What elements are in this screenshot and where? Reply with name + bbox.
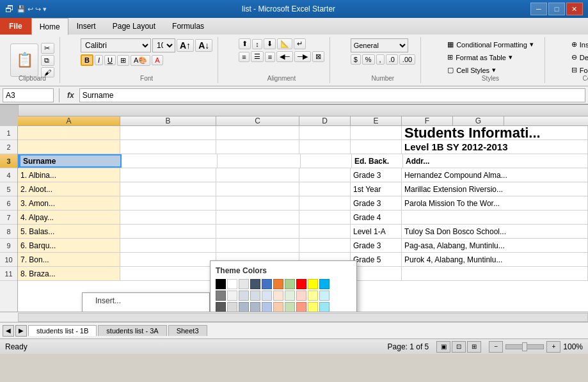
cell-d2[interactable] <box>299 140 351 154</box>
cell-a9[interactable]: 6. Barqu... <box>18 239 120 252</box>
cell-b10[interactable] <box>120 253 216 266</box>
cell-e9[interactable]: Grade 3 <box>351 239 402 252</box>
insert-cells-btn[interactable]: ⊕ Insert ▾ <box>566 38 588 51</box>
sheet-scroll-left[interactable]: ◀ <box>3 325 14 337</box>
zoom-slider[interactable] <box>505 344 544 349</box>
decrease-font-btn[interactable]: A↓ <box>195 39 212 52</box>
cell-d5[interactable] <box>299 182 351 196</box>
sheet-tab-3[interactable]: Sheet3 <box>168 325 207 336</box>
col-header-f[interactable]: F <box>402 116 453 125</box>
cell-d1[interactable] <box>299 126 351 139</box>
cell-e4[interactable]: Grade 3 <box>351 168 402 182</box>
swatch-navy[interactable] <box>250 279 260 289</box>
cell-d4[interactable] <box>299 168 351 182</box>
align-right-btn[interactable]: ≡ <box>265 52 275 62</box>
align-left-btn[interactable]: ≡ <box>239 52 249 62</box>
cell-e6[interactable]: Grade 3 <box>351 196 402 210</box>
conditional-formatting-btn[interactable]: ▦ Conditional Formatting ▾ <box>441 38 539 51</box>
swatch-blue4[interactable] <box>262 302 272 312</box>
cell-c6[interactable] <box>216 196 299 210</box>
cell-c4[interactable] <box>216 168 299 182</box>
cell-a3[interactable]: Surname <box>19 154 122 168</box>
swatch-cyan2[interactable] <box>319 302 330 312</box>
align-top-btn[interactable]: ⬆ <box>239 38 251 49</box>
cell-e1[interactable] <box>351 126 402 139</box>
cell-a7[interactable]: 4. Alpay... <box>18 211 120 224</box>
bold-button[interactable]: B <box>81 54 93 66</box>
border-button[interactable]: ⊞ <box>117 55 129 66</box>
cell-a1[interactable] <box>18 126 120 139</box>
dec-dec-btn[interactable]: .00 <box>399 54 415 65</box>
cell-b3[interactable] <box>122 154 218 168</box>
cell-b8[interactable] <box>120 225 216 238</box>
row-6[interactable]: 6 <box>0 196 17 211</box>
page-layout-view-btn[interactable]: ⊡ <box>452 341 466 353</box>
swatch-yellow[interactable] <box>308 279 318 289</box>
swatch-dkgray1[interactable] <box>216 302 226 312</box>
cell-d9[interactable] <box>299 239 351 252</box>
cell-c3[interactable] <box>218 154 301 168</box>
row-10[interactable]: 10 <box>0 253 17 267</box>
swatch-ltred1[interactable] <box>296 290 306 301</box>
fill-color-button[interactable]: A🎨 <box>131 55 150 66</box>
cell-b1[interactable] <box>120 126 216 139</box>
cell-f8[interactable]: Tuloy Sa Don Bosco School... <box>402 225 588 238</box>
cell-b6[interactable] <box>120 196 216 210</box>
row-1[interactable]: 1 <box>0 126 17 140</box>
cell-f5[interactable]: Marillac Extension Riversio... <box>402 182 588 196</box>
swatch-black[interactable] <box>216 279 226 289</box>
cell-c9[interactable] <box>216 239 299 252</box>
align-center-btn[interactable]: ☰ <box>251 51 264 62</box>
hscroll-track[interactable] <box>18 313 588 322</box>
swatch-cyan[interactable] <box>319 279 330 289</box>
align-middle-btn[interactable]: ↕ <box>252 39 262 49</box>
cell-d3[interactable] <box>301 154 352 168</box>
swatch-ltblue3[interactable] <box>262 290 272 301</box>
cell-a10[interactable]: 7. Bon... <box>18 253 120 266</box>
cell-f2[interactable]: Level 1B SY 2012-2013 <box>402 140 588 154</box>
swatch-lightgray[interactable] <box>239 279 249 289</box>
align-bottom-btn[interactable]: ⬇ <box>264 38 276 49</box>
font-color-button[interactable]: A <box>152 55 163 65</box>
cell-a4[interactable]: 1. Albina... <box>18 168 120 182</box>
cell-e3[interactable]: Ed. Back. <box>352 154 403 168</box>
font-name-select[interactable]: Calibri <box>81 38 151 52</box>
swatch-ltblue1[interactable] <box>239 290 249 301</box>
cell-c2[interactable] <box>216 140 299 154</box>
row-11[interactable]: 11 <box>0 267 17 281</box>
cell-b11[interactable] <box>120 267 216 280</box>
cell-b9[interactable] <box>120 239 216 252</box>
cut-button[interactable]: ✂ <box>41 43 54 54</box>
cell-f3[interactable]: Addr... <box>403 154 588 168</box>
name-box[interactable] <box>3 88 54 102</box>
sheet-tab-1b[interactable]: students list - 1B <box>28 325 97 336</box>
indent-dec-btn[interactable]: ◀─ <box>276 51 293 62</box>
col-header-c[interactable]: C <box>216 116 299 125</box>
italic-button[interactable]: I <box>95 55 103 65</box>
swatch-ltgreen1[interactable] <box>285 290 295 301</box>
cell-f10[interactable]: Purok 4, Alabang, Muntinlu... <box>402 253 588 266</box>
cell-e10[interactable]: Grade 5 <box>351 253 402 266</box>
cell-f1[interactable]: Students Informati... <box>402 126 588 139</box>
swatch-red2[interactable] <box>296 302 306 312</box>
cell-e5[interactable]: 1st Year <box>351 182 402 196</box>
cell-a6[interactable]: 3. Amon... <box>18 196 120 210</box>
cell-c8[interactable] <box>216 225 299 238</box>
formula-input[interactable] <box>79 88 585 102</box>
merge-btn[interactable]: ⊠ <box>312 51 324 62</box>
row-2[interactable]: 2 <box>0 140 17 154</box>
swatch-blue[interactable] <box>262 279 272 289</box>
underline-button[interactable]: U <box>104 55 116 65</box>
col-header-b[interactable]: B <box>120 116 216 125</box>
cell-a5[interactable]: 2. Aloot... <box>18 182 120 196</box>
swatch-white[interactable] <box>227 279 237 289</box>
increase-font-btn[interactable]: A↑ <box>177 39 194 52</box>
wrap-text-btn[interactable]: ↵ <box>294 38 306 49</box>
text-angle-btn[interactable]: 📐 <box>277 38 292 49</box>
cell-b4[interactable] <box>120 168 216 182</box>
cell-a11[interactable]: 8. Braza... <box>18 267 120 280</box>
cell-e7[interactable]: Grade 4 <box>351 211 402 224</box>
ctx-insert[interactable]: Insert... <box>83 293 209 308</box>
swatch-orange[interactable] <box>273 279 283 289</box>
swatch-red[interactable] <box>296 279 306 289</box>
